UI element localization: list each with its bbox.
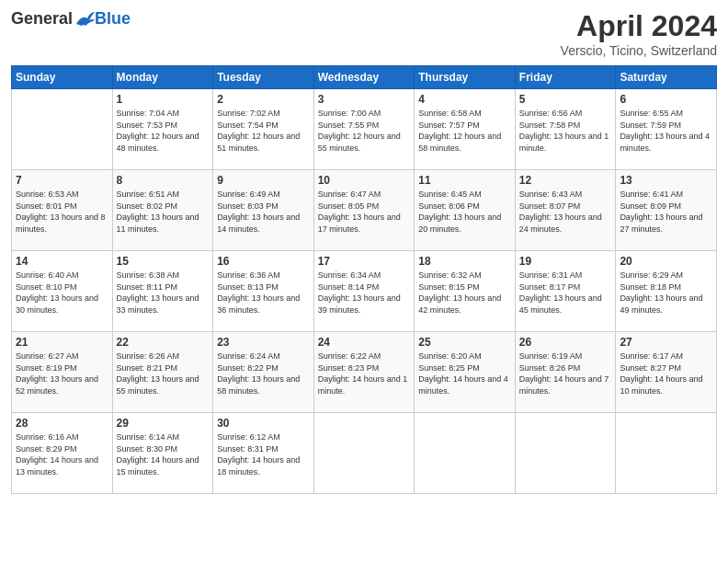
table-row: 2Sunrise: 7:02 AM Sunset: 7:54 PM Daylig… <box>213 89 314 170</box>
table-row: 15Sunrise: 6:38 AM Sunset: 8:11 PM Dayli… <box>112 251 213 332</box>
table-row: 8Sunrise: 6:51 AM Sunset: 8:02 PM Daylig… <box>112 170 213 251</box>
logo-general-text: General <box>11 9 73 29</box>
day-info: Sunrise: 6:16 AM Sunset: 8:29 PM Dayligh… <box>16 431 108 477</box>
day-number: 22 <box>117 336 210 349</box>
day-number: 3 <box>318 93 411 106</box>
calendar-week-row: 21Sunrise: 6:27 AM Sunset: 8:19 PM Dayli… <box>12 332 717 413</box>
table-row: 23Sunrise: 6:24 AM Sunset: 8:22 PM Dayli… <box>213 332 314 413</box>
day-number: 10 <box>318 174 411 187</box>
day-number: 25 <box>418 336 511 349</box>
day-info: Sunrise: 6:34 AM Sunset: 8:14 PM Dayligh… <box>318 270 411 316</box>
day-info: Sunrise: 6:32 AM Sunset: 8:15 PM Dayligh… <box>418 270 511 316</box>
calendar-header-row: Sunday Monday Tuesday Wednesday Thursday… <box>12 66 717 89</box>
col-friday: Friday <box>515 66 616 89</box>
day-number: 27 <box>620 336 712 349</box>
day-info: Sunrise: 7:00 AM Sunset: 7:55 PM Dayligh… <box>318 108 411 154</box>
day-info: Sunrise: 6:20 AM Sunset: 8:25 PM Dayligh… <box>418 350 511 396</box>
table-row: 22Sunrise: 6:26 AM Sunset: 8:21 PM Dayli… <box>112 332 213 413</box>
location-text: Verscio, Ticino, Switzerland <box>561 43 717 58</box>
day-info: Sunrise: 6:29 AM Sunset: 8:18 PM Dayligh… <box>620 270 712 316</box>
table-row: 28Sunrise: 6:16 AM Sunset: 8:29 PM Dayli… <box>12 413 113 494</box>
page-container: General Blue April 2024 Verscio, Ticino,… <box>0 0 728 563</box>
day-number: 4 <box>418 93 511 106</box>
day-info: Sunrise: 6:56 AM Sunset: 7:58 PM Dayligh… <box>519 108 612 154</box>
table-row <box>313 413 415 494</box>
day-info: Sunrise: 7:04 AM Sunset: 7:53 PM Dayligh… <box>117 108 210 154</box>
day-number: 19 <box>519 255 612 268</box>
day-number: 8 <box>117 174 210 187</box>
day-info: Sunrise: 6:53 AM Sunset: 8:01 PM Dayligh… <box>16 189 108 235</box>
table-row: 12Sunrise: 6:43 AM Sunset: 8:07 PM Dayli… <box>515 170 616 251</box>
day-number: 20 <box>620 255 712 268</box>
day-number: 21 <box>16 336 108 349</box>
day-info: Sunrise: 6:47 AM Sunset: 8:05 PM Dayligh… <box>318 189 411 235</box>
logo-blue-text: Blue <box>95 9 131 29</box>
calendar-week-row: 14Sunrise: 6:40 AM Sunset: 8:10 PM Dayli… <box>12 251 717 332</box>
day-info: Sunrise: 6:12 AM Sunset: 8:31 PM Dayligh… <box>217 431 310 477</box>
day-info: Sunrise: 6:38 AM Sunset: 8:11 PM Dayligh… <box>117 270 210 316</box>
table-row: 3Sunrise: 7:00 AM Sunset: 7:55 PM Daylig… <box>313 89 415 170</box>
calendar-week-row: 1Sunrise: 7:04 AM Sunset: 7:53 PM Daylig… <box>12 89 717 170</box>
table-row: 1Sunrise: 7:04 AM Sunset: 7:53 PM Daylig… <box>112 89 213 170</box>
calendar-week-row: 7Sunrise: 6:53 AM Sunset: 8:01 PM Daylig… <box>12 170 717 251</box>
day-info: Sunrise: 6:14 AM Sunset: 8:30 PM Dayligh… <box>117 431 210 477</box>
day-number: 26 <box>519 336 612 349</box>
table-row: 16Sunrise: 6:36 AM Sunset: 8:13 PM Dayli… <box>213 251 314 332</box>
table-row: 21Sunrise: 6:27 AM Sunset: 8:19 PM Dayli… <box>12 332 113 413</box>
table-row: 18Sunrise: 6:32 AM Sunset: 8:15 PM Dayli… <box>415 251 516 332</box>
table-row <box>12 89 113 170</box>
day-info: Sunrise: 6:22 AM Sunset: 8:23 PM Dayligh… <box>318 350 411 396</box>
page-header: General Blue April 2024 Verscio, Ticino,… <box>11 9 717 58</box>
table-row: 29Sunrise: 6:14 AM Sunset: 8:30 PM Dayli… <box>112 413 213 494</box>
day-number: 5 <box>519 93 612 106</box>
title-section: April 2024 Verscio, Ticino, Switzerland <box>561 9 717 58</box>
table-row <box>616 413 717 494</box>
day-number: 16 <box>217 255 310 268</box>
table-row: 30Sunrise: 6:12 AM Sunset: 8:31 PM Dayli… <box>213 413 314 494</box>
day-number: 23 <box>217 336 310 349</box>
day-number: 29 <box>117 417 210 430</box>
day-number: 12 <box>519 174 612 187</box>
table-row: 7Sunrise: 6:53 AM Sunset: 8:01 PM Daylig… <box>12 170 113 251</box>
table-row <box>515 413 616 494</box>
table-row: 14Sunrise: 6:40 AM Sunset: 8:10 PM Dayli… <box>12 251 113 332</box>
table-row: 13Sunrise: 6:41 AM Sunset: 8:09 PM Dayli… <box>616 170 717 251</box>
table-row: 17Sunrise: 6:34 AM Sunset: 8:14 PM Dayli… <box>313 251 415 332</box>
day-info: Sunrise: 6:27 AM Sunset: 8:19 PM Dayligh… <box>16 350 108 396</box>
day-info: Sunrise: 6:24 AM Sunset: 8:22 PM Dayligh… <box>217 350 310 396</box>
day-info: Sunrise: 6:43 AM Sunset: 8:07 PM Dayligh… <box>519 189 612 235</box>
col-sunday: Sunday <box>12 66 113 89</box>
day-info: Sunrise: 6:51 AM Sunset: 8:02 PM Dayligh… <box>117 189 210 235</box>
day-info: Sunrise: 6:26 AM Sunset: 8:21 PM Dayligh… <box>117 350 210 396</box>
logo: General Blue <box>11 9 131 29</box>
day-info: Sunrise: 6:58 AM Sunset: 7:57 PM Dayligh… <box>418 108 511 154</box>
day-info: Sunrise: 6:41 AM Sunset: 8:09 PM Dayligh… <box>620 189 712 235</box>
calendar-week-row: 28Sunrise: 6:16 AM Sunset: 8:29 PM Dayli… <box>12 413 717 494</box>
table-row: 10Sunrise: 6:47 AM Sunset: 8:05 PM Dayli… <box>313 170 415 251</box>
table-row: 24Sunrise: 6:22 AM Sunset: 8:23 PM Dayli… <box>313 332 415 413</box>
table-row: 20Sunrise: 6:29 AM Sunset: 8:18 PM Dayli… <box>616 251 717 332</box>
table-row: 27Sunrise: 6:17 AM Sunset: 8:27 PM Dayli… <box>616 332 717 413</box>
table-row: 4Sunrise: 6:58 AM Sunset: 7:57 PM Daylig… <box>415 89 516 170</box>
col-saturday: Saturday <box>616 66 717 89</box>
table-row: 6Sunrise: 6:55 AM Sunset: 7:59 PM Daylig… <box>616 89 717 170</box>
col-wednesday: Wednesday <box>313 66 415 89</box>
table-row <box>415 413 516 494</box>
table-row: 9Sunrise: 6:49 AM Sunset: 8:03 PM Daylig… <box>213 170 314 251</box>
day-info: Sunrise: 6:55 AM Sunset: 7:59 PM Dayligh… <box>620 108 712 154</box>
day-info: Sunrise: 6:19 AM Sunset: 8:26 PM Dayligh… <box>519 350 612 396</box>
day-number: 14 <box>16 255 108 268</box>
day-number: 15 <box>117 255 210 268</box>
day-info: Sunrise: 7:02 AM Sunset: 7:54 PM Dayligh… <box>217 108 310 154</box>
logo-bird-icon <box>74 11 95 28</box>
day-info: Sunrise: 6:49 AM Sunset: 8:03 PM Dayligh… <box>217 189 310 235</box>
table-row: 25Sunrise: 6:20 AM Sunset: 8:25 PM Dayli… <box>415 332 516 413</box>
day-number: 11 <box>418 174 511 187</box>
table-row: 11Sunrise: 6:45 AM Sunset: 8:06 PM Dayli… <box>415 170 516 251</box>
month-title: April 2024 <box>561 9 717 43</box>
calendar-table: Sunday Monday Tuesday Wednesday Thursday… <box>11 65 717 494</box>
day-number: 18 <box>418 255 511 268</box>
day-info: Sunrise: 6:40 AM Sunset: 8:10 PM Dayligh… <box>16 270 108 316</box>
table-row: 19Sunrise: 6:31 AM Sunset: 8:17 PM Dayli… <box>515 251 616 332</box>
day-number: 9 <box>217 174 310 187</box>
